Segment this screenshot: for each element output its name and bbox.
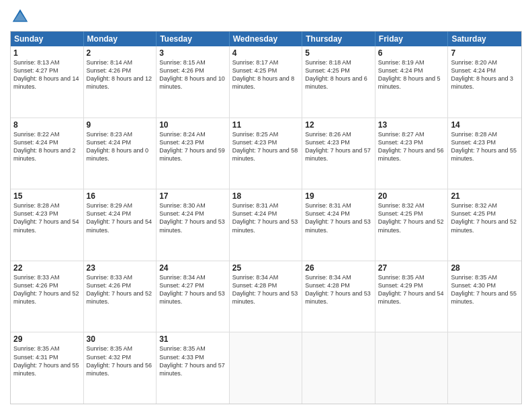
day-info: Sunrise: 8:22 AMSunset: 4:24 PMDaylight:… [13,131,76,162]
day-info: Sunrise: 8:31 AMSunset: 4:24 PMDaylight:… [232,202,298,233]
empty-cell [230,332,303,404]
day-number: 29 [13,334,81,344]
header-day-thursday: Thursday [302,32,375,46]
day-number: 19 [305,191,372,201]
day-cell-29: 29 Sunrise: 8:35 AMSunset: 4:31 PMDaylig… [11,332,84,404]
day-info: Sunrise: 8:19 AMSunset: 4:24 PMDaylight:… [378,59,441,90]
day-cell-17: 17 Sunrise: 8:30 AMSunset: 4:24 PMDaylig… [157,189,230,261]
day-info: Sunrise: 8:23 AMSunset: 4:24 PMDaylight:… [87,131,149,162]
day-cell-26: 26 Sunrise: 8:34 AMSunset: 4:28 PMDaylig… [302,261,375,332]
day-info: Sunrise: 8:35 AMSunset: 4:31 PMDaylight:… [13,345,79,376]
day-info: Sunrise: 8:25 AMSunset: 4:23 PMDaylight:… [232,131,298,162]
day-cell-19: 19 Sunrise: 8:31 AMSunset: 4:24 PMDaylig… [302,189,375,261]
day-info: Sunrise: 8:13 AMSunset: 4:27 PMDaylight:… [13,59,79,90]
day-number: 11 [232,120,300,130]
calendar-week-5: 29 Sunrise: 8:35 AMSunset: 4:31 PMDaylig… [11,332,521,404]
day-cell-5: 5 Sunrise: 8:18 AMSunset: 4:25 PMDayligh… [302,46,375,118]
header-day-friday: Friday [375,32,449,46]
day-info: Sunrise: 8:26 AMSunset: 4:23 PMDaylight:… [305,131,371,162]
day-cell-20: 20 Sunrise: 8:32 AMSunset: 4:25 PMDaylig… [375,189,449,261]
calendar-body: 1 Sunrise: 8:13 AMSunset: 4:27 PMDayligh… [11,46,521,404]
day-cell-14: 14 Sunrise: 8:28 AMSunset: 4:23 PMDaylig… [448,118,521,189]
day-cell-25: 25 Sunrise: 8:34 AMSunset: 4:28 PMDaylig… [230,261,303,332]
day-cell-10: 10 Sunrise: 8:24 AMSunset: 4:23 PMDaylig… [157,118,230,189]
day-cell-4: 4 Sunrise: 8:17 AMSunset: 4:25 PMDayligh… [230,46,303,118]
header-day-saturday: Saturday [448,32,521,46]
day-number: 1 [13,48,81,58]
day-info: Sunrise: 8:14 AMSunset: 4:26 PMDaylight:… [87,59,152,90]
day-cell-31: 31 Sunrise: 8:35 AMSunset: 4:33 PMDaylig… [157,332,230,404]
day-info: Sunrise: 8:35 AMSunset: 4:33 PMDaylight:… [159,345,225,376]
day-number: 2 [87,48,154,58]
page: SundayMondayTuesdayWednesdayThursdayFrid… [0,0,532,411]
day-number: 23 [87,263,154,273]
day-info: Sunrise: 8:17 AMSunset: 4:25 PMDaylight:… [232,59,295,90]
day-number: 7 [451,48,519,58]
calendar-header: SundayMondayTuesdayWednesdayThursdayFrid… [11,32,521,46]
header-day-monday: Monday [84,32,157,46]
day-number: 25 [232,263,300,273]
day-cell-28: 28 Sunrise: 8:35 AMSunset: 4:30 PMDaylig… [448,261,521,332]
day-cell-24: 24 Sunrise: 8:34 AMSunset: 4:27 PMDaylig… [157,261,230,332]
day-cell-16: 16 Sunrise: 8:29 AMSunset: 4:24 PMDaylig… [84,189,157,261]
day-info: Sunrise: 8:34 AMSunset: 4:28 PMDaylight:… [232,274,298,305]
day-cell-13: 13 Sunrise: 8:27 AMSunset: 4:23 PMDaylig… [375,118,449,189]
day-cell-15: 15 Sunrise: 8:28 AMSunset: 4:23 PMDaylig… [11,189,84,261]
day-info: Sunrise: 8:28 AMSunset: 4:23 PMDaylight:… [451,131,517,162]
header-day-wednesday: Wednesday [230,32,303,46]
day-number: 3 [159,48,226,58]
day-cell-12: 12 Sunrise: 8:26 AMSunset: 4:23 PMDaylig… [302,118,375,189]
day-cell-2: 2 Sunrise: 8:14 AMSunset: 4:26 PMDayligh… [84,46,157,118]
calendar-week-2: 8 Sunrise: 8:22 AMSunset: 4:24 PMDayligh… [11,118,521,189]
day-cell-21: 21 Sunrise: 8:32 AMSunset: 4:25 PMDaylig… [448,189,521,261]
day-cell-1: 1 Sunrise: 8:13 AMSunset: 4:27 PMDayligh… [11,46,84,118]
day-cell-9: 9 Sunrise: 8:23 AMSunset: 4:24 PMDayligh… [84,118,157,189]
day-info: Sunrise: 8:34 AMSunset: 4:28 PMDaylight:… [305,274,371,305]
day-info: Sunrise: 8:18 AMSunset: 4:25 PMDaylight:… [305,59,367,90]
day-cell-18: 18 Sunrise: 8:31 AMSunset: 4:24 PMDaylig… [230,189,303,261]
header-day-sunday: Sunday [11,32,84,46]
day-cell-11: 11 Sunrise: 8:25 AMSunset: 4:23 PMDaylig… [230,118,303,189]
day-cell-3: 3 Sunrise: 8:15 AMSunset: 4:26 PMDayligh… [157,46,230,118]
header [10,7,522,27]
day-number: 15 [13,191,81,201]
day-cell-22: 22 Sunrise: 8:33 AMSunset: 4:26 PMDaylig… [11,261,84,332]
day-info: Sunrise: 8:35 AMSunset: 4:30 PMDaylight:… [451,274,517,305]
day-info: Sunrise: 8:20 AMSunset: 4:24 PMDaylight:… [451,59,513,90]
day-info: Sunrise: 8:34 AMSunset: 4:27 PMDaylight:… [159,274,225,305]
day-info: Sunrise: 8:15 AMSunset: 4:26 PMDaylight:… [159,59,225,90]
day-info: Sunrise: 8:32 AMSunset: 4:25 PMDaylight:… [451,202,517,233]
day-cell-6: 6 Sunrise: 8:19 AMSunset: 4:24 PMDayligh… [375,46,449,118]
day-number: 17 [159,191,226,201]
day-info: Sunrise: 8:28 AMSunset: 4:23 PMDaylight:… [13,202,79,233]
day-info: Sunrise: 8:30 AMSunset: 4:24 PMDaylight:… [159,202,225,233]
calendar: SundayMondayTuesdayWednesdayThursdayFrid… [10,31,522,404]
calendar-week-4: 22 Sunrise: 8:33 AMSunset: 4:26 PMDaylig… [11,261,521,332]
day-number: 8 [13,120,81,130]
day-number: 9 [87,120,154,130]
day-number: 14 [451,120,519,130]
day-number: 6 [378,48,445,58]
day-info: Sunrise: 8:35 AMSunset: 4:32 PMDaylight:… [87,345,152,376]
logo [10,7,33,27]
day-number: 5 [305,48,372,58]
day-cell-30: 30 Sunrise: 8:35 AMSunset: 4:32 PMDaylig… [84,332,157,404]
day-info: Sunrise: 8:27 AMSunset: 4:23 PMDaylight:… [378,131,444,162]
day-number: 31 [159,334,226,344]
day-cell-8: 8 Sunrise: 8:22 AMSunset: 4:24 PMDayligh… [11,118,84,189]
calendar-week-3: 15 Sunrise: 8:28 AMSunset: 4:23 PMDaylig… [11,189,521,261]
day-info: Sunrise: 8:31 AMSunset: 4:24 PMDaylight:… [305,202,371,233]
calendar-week-1: 1 Sunrise: 8:13 AMSunset: 4:27 PMDayligh… [11,46,521,118]
day-info: Sunrise: 8:24 AMSunset: 4:23 PMDaylight:… [159,131,225,162]
day-number: 18 [232,191,300,201]
empty-cell [302,332,375,404]
day-info: Sunrise: 8:32 AMSunset: 4:25 PMDaylight:… [378,202,444,233]
day-info: Sunrise: 8:35 AMSunset: 4:29 PMDaylight:… [378,274,444,305]
day-number: 10 [159,120,226,130]
day-cell-23: 23 Sunrise: 8:33 AMSunset: 4:26 PMDaylig… [84,261,157,332]
day-number: 24 [159,263,226,273]
day-number: 22 [13,263,81,273]
day-number: 28 [451,263,519,273]
day-number: 27 [378,263,445,273]
day-number: 30 [87,334,154,344]
